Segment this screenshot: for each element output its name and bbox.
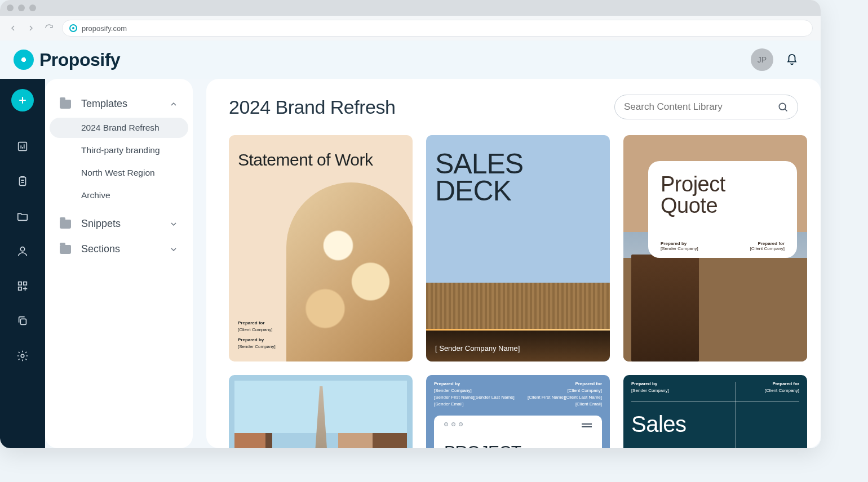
svg-rect-0 [19, 142, 27, 151]
svg-rect-4 [24, 282, 27, 285]
sidebar-group-label: Snippets [81, 218, 121, 230]
folder-icon [60, 100, 71, 109]
svg-rect-1 [20, 177, 26, 186]
brand[interactable]: Proposify [14, 50, 120, 70]
card-title: Statement of Work [238, 151, 373, 169]
card-meta: Prepared for[Client Company] Prepared by… [238, 320, 276, 350]
back-button[interactable] [8, 23, 18, 33]
url-text: proposify.com [82, 24, 127, 33]
template-card-sales-dark[interactable]: Prepared by [Sender Company] Prepared fo… [623, 375, 807, 448]
main-header: 2024 Brand Refresh [229, 95, 798, 119]
card-divider-vertical [736, 382, 736, 448]
app-banner: Proposify JP [0, 41, 821, 79]
card-image-spire [314, 386, 329, 448]
sidebar-group-sections[interactable]: Sections [50, 238, 188, 261]
traffic-light-max[interactable] [29, 5, 36, 11]
url-box[interactable]: proposify.com [62, 20, 813, 37]
menu-icon [582, 423, 592, 427]
chevron-down-icon [169, 245, 178, 254]
avatar-initials: JP [758, 55, 767, 64]
sidebar-group-label: Sections [81, 243, 120, 255]
svg-point-8 [779, 103, 786, 110]
sidebar-group-snippets[interactable]: Snippets [50, 212, 188, 235]
search-icon [777, 101, 789, 113]
search-input[interactable] [624, 101, 772, 113]
card-title: PROJECT [444, 442, 592, 448]
template-grid: Statement of Work Prepared for[Client Co… [229, 135, 798, 448]
svg-point-2 [20, 247, 24, 251]
card-meta: Prepared by [Sender Company] [Sender Fir… [434, 381, 602, 408]
copy-icon[interactable] [16, 314, 29, 328]
titlebar [0, 0, 821, 16]
card-meta: Prepared by[Sender Company] Prepared for… [661, 241, 785, 251]
card-image-structure [631, 255, 699, 362]
card-panel: Project Quote Prepared by[Sender Company… [648, 161, 797, 258]
forward-button[interactable] [26, 23, 36, 33]
chevron-down-icon [169, 220, 178, 229]
site-favicon [69, 24, 77, 32]
nav-rail [0, 79, 45, 448]
clipboard-icon[interactable] [16, 175, 29, 188]
card-doc: PROJECT [434, 416, 602, 448]
card-accent [426, 329, 610, 331]
sidebar-group-label: Templates [81, 98, 127, 110]
template-card-sales-deck[interactable]: SALES DECK [ Sender Company Name] [426, 135, 610, 362]
folder-icon [60, 220, 71, 229]
dashboard-icon[interactable] [16, 140, 29, 153]
avatar[interactable]: JP [751, 48, 773, 71]
folder-icon[interactable] [16, 209, 29, 223]
bell-icon[interactable] [786, 53, 798, 66]
sidebar-item-2024-brand-refresh[interactable]: 2024 Brand Refresh [50, 118, 188, 138]
brand-logo-icon [14, 50, 34, 70]
template-card-project-quote[interactable]: Project Quote Prepared by[Sender Company… [623, 135, 807, 362]
card-image [234, 381, 407, 448]
svg-rect-6 [20, 319, 26, 324]
url-bar-row: proposify.com [0, 16, 821, 41]
card-divider [631, 401, 799, 401]
reload-button[interactable] [44, 23, 54, 33]
app-body: Templates 2024 Brand Refresh Third-party… [0, 79, 821, 448]
chevron-up-icon [169, 100, 178, 109]
create-button[interactable] [11, 89, 34, 111]
sidebar: Templates 2024 Brand Refresh Third-party… [45, 79, 193, 448]
sidebar-group-templates[interactable]: Templates [50, 92, 188, 115]
sidebar-item-third-party-branding[interactable]: Third-party branding [50, 140, 188, 160]
template-card-project-doc[interactable]: Prepared by [Sender Company] [Sender Fir… [426, 375, 610, 448]
banner-right: JP [751, 48, 798, 71]
page-title: 2024 Brand Refresh [229, 96, 395, 118]
template-card-statement-of-work[interactable]: Statement of Work Prepared for[Client Co… [229, 135, 413, 362]
svg-rect-5 [19, 287, 22, 290]
sidebar-item-archive[interactable]: Archive [50, 185, 188, 206]
folder-icon [60, 245, 71, 254]
card-title: Sales [631, 412, 799, 437]
search-box[interactable] [614, 95, 798, 119]
card-image [286, 182, 413, 362]
brand-name: Proposify [39, 50, 120, 70]
person-icon[interactable] [16, 244, 29, 258]
sidebar-item-north-west-region[interactable]: North West Region [50, 163, 188, 183]
card-title: Project Quote [661, 173, 785, 216]
browser-window: proposify.com Proposify JP [0, 0, 821, 448]
svg-point-7 [21, 354, 24, 358]
template-card-city[interactable] [229, 375, 413, 448]
card-meta: Prepared by [Sender Company] Prepared fo… [631, 381, 799, 394]
gear-icon[interactable] [16, 349, 29, 363]
apps-icon[interactable] [16, 279, 29, 293]
window-dots-icon [444, 422, 592, 426]
card-title: SALES DECK [435, 151, 523, 204]
traffic-light-min[interactable] [18, 5, 25, 11]
main-panel: 2024 Brand Refresh Statement of Work [206, 79, 821, 448]
svg-rect-3 [19, 282, 22, 285]
card-sender: [ Sender Company Name] [435, 344, 520, 352]
traffic-light-close[interactable] [7, 5, 14, 11]
